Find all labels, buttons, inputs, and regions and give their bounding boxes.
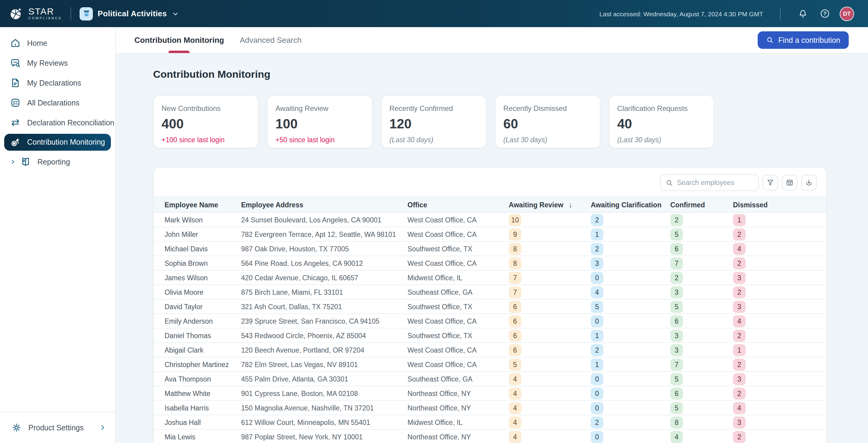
confirmed-badge: 5 [670,402,683,414]
home-icon [10,37,21,49]
sidebar-item-label: All Declarations [27,99,80,107]
cell-confirmed: 3 [670,328,733,343]
cell-dismissed: 2 [733,227,827,242]
dismissed-badge: 2 [733,286,746,298]
cell-employee-name: James Wilson [154,270,241,285]
notifications-bell-icon[interactable] [795,6,811,22]
awaiting-review-badge: 6 [509,300,521,313]
star-compliance-logo[interactable]: STAR COMPLIANCE [8,5,62,22]
table-row[interactable]: Mark Wilson 24 Sunset Boulevard, Los Ang… [154,213,827,227]
cell-office: Northeast Office, NY [407,401,509,415]
cell-office: Northeast Office, NY [407,430,509,443]
cell-employee-name: Emily Anderson [154,314,241,328]
table-row[interactable]: Emily Anderson 239 Spruce Street, San Fr… [154,314,827,328]
table-row[interactable]: Joshua Hall 612 Willow Court, Minneapoli… [154,415,827,430]
stat-sub: +50 since last login [276,136,364,144]
awaiting-clarification-badge: 0 [591,402,603,414]
cell-awaiting-clarification: 2 [591,213,670,227]
brand-name: STAR [28,7,62,16]
download-button[interactable] [801,175,817,190]
cell-confirmed: 6 [670,386,733,401]
cell-dismissed: 2 [733,285,827,299]
cell-confirmed: 3 [670,285,733,299]
col-awaiting-clarification[interactable]: Awaiting Clarification [591,197,670,213]
stat-sub: (Last 30 days) [390,136,478,144]
table-row[interactable]: Daniel Thomas 543 Redwood Circle, Phoeni… [154,328,827,343]
cell-confirmed: 5 [670,227,733,242]
cell-dismissed: 2 [733,256,827,270]
tab-advanced-search[interactable]: Advanced Search [240,27,301,53]
cell-awaiting-review: 8 [509,256,591,270]
tabs-bar: Contribution Monitoring Advanced Search … [116,27,868,54]
sort-desc-icon[interactable]: ↓ [569,201,572,208]
confirmed-badge: 5 [670,228,683,240]
search-employees-input[interactable] [677,179,753,186]
table-row[interactable]: Mia Lewis 987 Poplar Street, New York, N… [154,430,827,443]
dismissed-badge: 2 [733,257,746,269]
awaiting-review-badge: 7 [509,272,521,284]
filter-button[interactable] [763,175,778,190]
sidebar-item-my-reviews[interactable]: My Reviews [0,53,115,73]
table-row[interactable]: Christopher Martinez 782 Elm Street, Las… [154,357,827,372]
tab-contribution-monitoring[interactable]: Contribution Monitoring [134,27,224,53]
user-avatar[interactable]: DT [840,6,854,21]
stat-label: Recently Confirmed [390,104,478,113]
awaiting-review-badge: 4 [509,402,521,414]
col-office[interactable]: Office [407,197,509,213]
cell-employee-name: Olivia Moore [154,285,241,299]
col-employee-address[interactable]: Employee Address [241,197,407,213]
cell-confirmed: 3 [670,343,733,357]
sidebar-item-home[interactable]: Home [0,33,115,53]
awaiting-review-badge: 6 [509,344,521,356]
table-row[interactable]: John Miller 782 Evergreen Terrace, Apt 1… [154,227,827,242]
stat-sub: (Last 30 days) [503,136,592,144]
table-row[interactable]: Isabella Harris 150 Magnolia Avenue, Nas… [154,401,827,415]
cell-dismissed: 1 [733,213,827,227]
cell-office: West Coast Office, CA [407,227,509,242]
table-row[interactable]: Michael Davis 987 Oak Drive, Houston, TX… [154,242,827,256]
table-row[interactable]: Sophia Brown 564 Pine Road, Los Angeles,… [154,256,827,270]
columns-button[interactable] [782,175,798,190]
table-row[interactable]: David Taylor 321 Ash Court, Dallas, TX 7… [154,299,827,314]
stat-label: New Contributions [161,104,250,113]
table-row[interactable]: Abigail Clark 120 Beech Avenue, Portland… [154,343,827,357]
cell-employee-address: 420 Cedar Avenue, Chicago, IL 60657 [241,270,407,285]
cell-awaiting-clarification: 1 [591,227,670,242]
table-row[interactable]: Olivia Moore 875 Birch Lane, Miami, FL 3… [154,285,827,299]
stat-value: 400 [161,116,250,132]
table-row[interactable]: James Wilson 420 Cedar Avenue, Chicago, … [154,270,827,285]
cell-employee-address: 987 Poplar Street, New York, NY 10001 [241,430,407,443]
stat-card-new-contributions: New Contributions 400 +100 since last lo… [153,95,258,148]
cell-employee-name: Joshua Hall [154,415,241,430]
cell-dismissed: 3 [733,372,827,386]
search-employees-box[interactable] [660,174,759,191]
sidebar-item-all-declarations[interactable]: All Declarations [0,93,115,113]
cell-employee-name: Sophia Brown [154,256,241,270]
cell-employee-address: 120 Beech Avenue, Portland, OR 97204 [241,343,407,357]
col-employee-name[interactable]: Employee Name [154,197,241,213]
chevron-right-icon[interactable] [10,159,16,165]
table-row[interactable]: Matthew White 901 Cypress Lane, Boston, … [154,386,827,401]
col-dismissed[interactable]: Dismissed [733,197,827,213]
cell-employee-name: Mia Lewis [154,430,241,443]
cell-employee-address: 150 Magnolia Avenue, Nashville, TN 37201 [241,401,407,415]
confirmed-badge: 4 [670,431,683,443]
dismissed-badge: 2 [733,431,746,443]
cell-employee-address: 612 Willow Court, Minneapolis, MN 55401 [241,415,407,430]
dismissed-badge: 2 [733,387,746,399]
help-icon[interactable]: ? [817,6,832,22]
col-awaiting-review[interactable]: Awaiting Review ↓ [509,197,591,213]
sidebar-item-declaration-reconciliation[interactable]: Declaration Reconciliation [0,113,115,133]
cell-dismissed: 2 [733,357,827,372]
app-switcher[interactable]: Political Activities [80,7,179,20]
sidebar-item-reporting[interactable]: Reporting [0,152,115,172]
product-settings[interactable]: Product Settings [0,412,115,443]
find-a-contribution-button[interactable]: Find a contribution [758,31,849,49]
cell-awaiting-clarification: 2 [591,343,670,357]
sidebar-item-contribution-monitoring[interactable]: Contribution Monitoring [4,134,111,151]
col-confirmed[interactable]: Confirmed [670,197,733,213]
stat-card-recently-confirmed: Recently Confirmed 120 (Last 30 days) [381,95,487,148]
stat-card-recently-dismissed: Recently Dismissed 60 (Last 30 days) [495,95,600,148]
table-row[interactable]: Ava Thompson 455 Palm Drive, Atlanta, GA… [154,372,827,386]
sidebar-item-my-declarations[interactable]: My Declarations [0,73,115,93]
